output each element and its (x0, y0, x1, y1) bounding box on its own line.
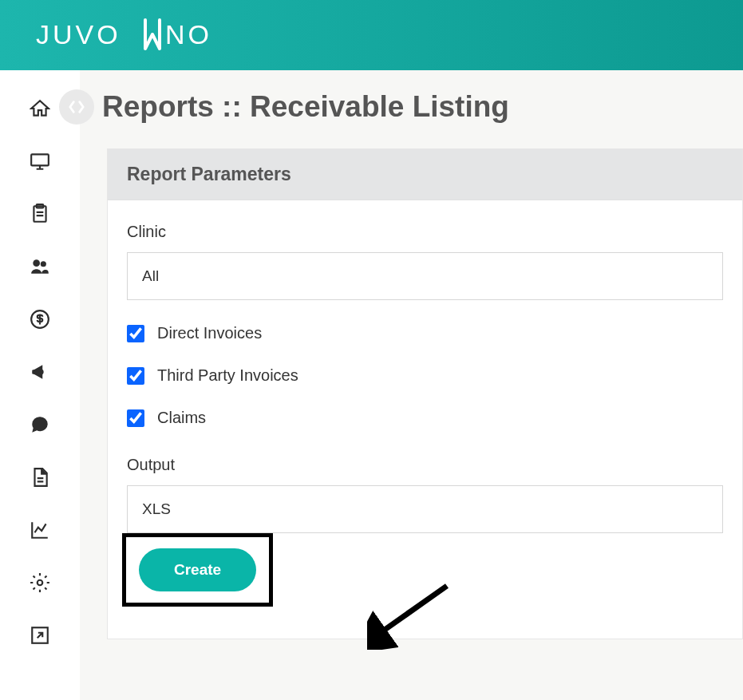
output-label: Output (127, 456, 723, 474)
output-select[interactable]: XLS (127, 485, 723, 533)
third-party-invoices-checkbox[interactable] (127, 367, 144, 385)
megaphone-icon[interactable] (27, 359, 53, 385)
direct-invoices-label: Direct Invoices (157, 324, 262, 342)
gear-icon[interactable] (27, 570, 53, 595)
svg-point-8 (38, 580, 43, 586)
third-party-invoices-label: Third Party Invoices (157, 366, 298, 385)
clinic-select-value: All (142, 267, 159, 285)
claims-checkbox[interactable] (127, 409, 144, 427)
create-button[interactable]: Create (139, 548, 256, 591)
svg-rect-2 (31, 154, 49, 165)
clinic-select[interactable]: All (127, 252, 723, 300)
main-content: Reports :: Receivable Listing Report Par… (80, 70, 743, 700)
svg-text:NO: NO (165, 19, 212, 49)
home-icon[interactable] (27, 96, 53, 121)
collapse-sidebar-button[interactable] (59, 89, 94, 125)
claims-label: Claims (157, 409, 206, 427)
clinic-label: Clinic (127, 223, 723, 241)
sidebar (0, 70, 80, 700)
top-banner: JUVO NO (0, 0, 743, 70)
create-highlight-box: Create (122, 533, 273, 607)
direct-invoices-checkbox[interactable] (127, 325, 144, 342)
dollar-icon[interactable] (27, 306, 53, 332)
report-parameters-panel: Report Parameters Clinic All Direct Invo… (107, 148, 743, 639)
clipboard-icon[interactable] (27, 201, 53, 227)
users-icon[interactable] (27, 254, 53, 279)
output-select-value: XLS (142, 500, 171, 518)
panel-header: Report Parameters (108, 149, 742, 200)
page-title: Reports :: Receivable Listing (102, 90, 509, 124)
brand-logo: JUVO NO (36, 18, 227, 52)
svg-point-6 (41, 261, 46, 267)
chat-icon[interactable] (27, 412, 53, 437)
external-link-icon[interactable] (27, 623, 53, 648)
svg-point-5 (33, 259, 40, 267)
document-icon[interactable] (27, 465, 53, 490)
chart-icon[interactable] (27, 517, 53, 543)
monitor-icon[interactable] (27, 148, 53, 174)
svg-text:JUVO: JUVO (36, 19, 121, 49)
